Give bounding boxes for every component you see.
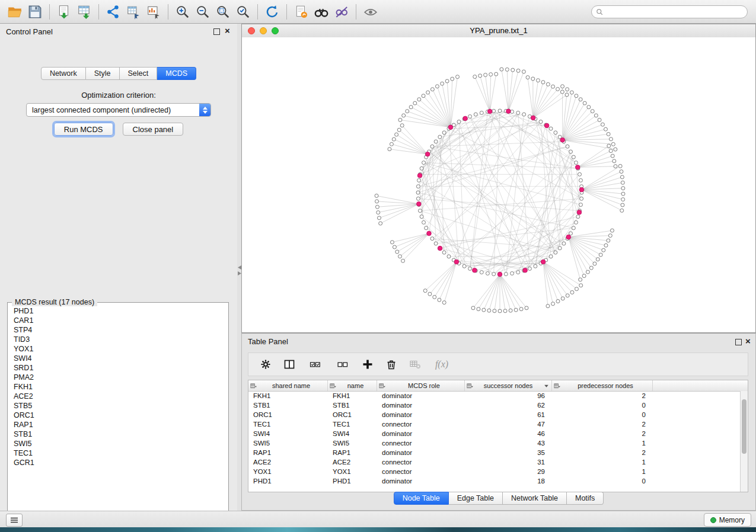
import-network-button[interactable] [54,2,74,21]
toolbar-separator [257,4,258,20]
tab-edge-table[interactable]: Edge Table [449,492,503,505]
zoom-out-button[interactable] [193,2,213,21]
zoom-in-button[interactable] [173,2,193,21]
open-file-button[interactable] [5,2,25,21]
network-window-titlebar[interactable]: YPA_prune.txt_1 [242,24,755,38]
mcds-result-item[interactable]: STP4 [14,325,227,335]
close-panel-button[interactable]: Close panel [123,123,184,136]
mcds-result-item[interactable]: TID3 [14,335,227,344]
toolbar-separator [49,4,50,20]
table-row[interactable]: ACE2ACE2connector311 [248,457,741,467]
mcds-result-item[interactable]: PMA2 [14,373,227,382]
table-row[interactable]: TEC1TEC1connector472 [248,419,741,429]
table-cell-role: connector [377,459,465,466]
mcds-result-item[interactable]: STB5 [14,401,227,411]
table-row[interactable]: RAP1RAP1dominator352 [248,448,741,457]
criterion-dropdown[interactable]: largest connected component (undirected) [26,103,211,117]
mcds-result-item[interactable]: FKH1 [14,382,227,392]
export-image-button[interactable] [143,2,164,21]
search-input[interactable] [606,7,747,17]
deselect-all-button[interactable] [333,355,353,373]
table-cell-name: ACE2 [328,459,377,466]
table-row[interactable]: SWI5SWI5connector431 [248,438,741,448]
column-header-successor-nodes[interactable]: successor nodes [465,380,552,391]
tab-network[interactable]: Network [41,67,86,80]
status-bar: Memory [0,511,756,528]
close-panel-icon-button[interactable]: × [225,25,230,36]
column-header-shared-name[interactable]: shared name [248,380,328,391]
table-cell-name: PHD1 [328,477,377,485]
mcds-result-item[interactable]: SWI4 [14,354,227,363]
table-cell-successors: 46 [465,430,552,437]
scrollbar-thumb[interactable] [742,399,747,454]
float-window-button[interactable] [213,28,220,35]
delete-column-button[interactable] [382,355,400,373]
zoom-fit-button[interactable] [213,2,233,21]
function-builder-button[interactable]: f(x) [430,355,454,373]
binoculars-button[interactable] [311,2,331,21]
float-table-panel-button[interactable] [735,339,742,345]
run-mcds-button[interactable]: Run MCDS [54,123,113,136]
show-details-button[interactable] [361,2,381,21]
close-table-panel-button[interactable]: × [745,336,751,347]
tab-node-table[interactable]: Node Table [394,492,449,505]
share-document-button[interactable] [291,2,311,21]
mcds-result-item[interactable]: GCR1 [14,458,227,467]
network-window-title: YPA_prune.txt_1 [242,26,755,35]
table-settings-button[interactable] [257,355,275,373]
table-row[interactable]: YOX1YOX1connector291 [248,467,741,476]
network-canvas[interactable] [242,37,755,332]
mcds-result-item[interactable]: RAP1 [14,420,227,430]
tab-select[interactable]: Select [120,67,158,80]
mcds-result-item[interactable]: TEC1 [14,448,227,458]
import-table-button[interactable] [74,2,94,21]
delete-table-button[interactable] [406,355,424,373]
mcds-result-item[interactable]: PHD1 [14,306,227,316]
table-cell-shared_name: YOX1 [248,468,328,475]
column-label: shared name [257,382,326,389]
status-menu-button[interactable] [6,514,23,527]
tab-network-table[interactable]: Network Table [503,492,567,505]
search-box[interactable] [591,5,748,18]
column-header-mcds-role[interactable]: MCDS role [377,380,465,391]
table-cell-successors: 43 [465,440,552,447]
table-row[interactable]: SWI4SWI4dominator462 [248,429,741,438]
save-button[interactable] [25,2,45,21]
table-row[interactable]: STB1STB1dominator620 [248,400,741,410]
add-column-button[interactable] [359,355,377,373]
mcds-result-item[interactable]: SRD1 [14,363,227,373]
zoom-selected-button[interactable] [233,2,253,21]
table-panel: Table Panel × f(x) [241,333,756,511]
hide-details-button[interactable] [331,2,352,21]
mcds-result-item[interactable]: ACE2 [14,392,227,401]
mcds-result-item[interactable]: YOX1 [14,344,227,354]
splitter-collapse-arrows[interactable] [237,265,241,275]
table-scrollbar[interactable] [740,391,748,492]
table-row[interactable]: PHD1PHD1dominator180 [248,476,741,486]
column-header-predecessor-nodes[interactable]: predecessor nodes [552,380,653,391]
node-table-body: FKH1FKH1dominator962STB1STB1dominator620… [248,391,741,492]
table-row[interactable]: ORC1ORC1dominator610 [248,410,741,419]
memory-button[interactable]: Memory [704,513,751,527]
mcds-result-item[interactable]: ORC1 [14,411,227,420]
refresh-icon [264,4,280,20]
column-header-name[interactable]: name [328,380,377,391]
tab-style[interactable]: Style [86,67,120,80]
export-network-button[interactable] [103,2,123,21]
tab-mcds[interactable]: MCDS [157,67,196,80]
mcds-result-item[interactable]: STB1 [14,430,227,439]
select-all-button[interactable] [304,355,327,373]
table-row[interactable]: FKH1FKH1dominator962 [248,391,741,400]
export-table-button[interactable] [123,2,143,21]
mcds-result-list[interactable]: PHD1CAR1STP4TID3YOX1SWI4SRD1PMA2FKH1ACE2… [9,306,227,520]
show-columns-button[interactable] [280,355,298,373]
mcds-result-item[interactable]: CAR1 [14,316,227,325]
tab-motifs[interactable]: Motifs [567,492,604,505]
search-icon [596,8,604,16]
gear-icon [260,358,272,370]
table-cell-shared_name: SWI5 [248,440,328,447]
zoom-selected-icon [235,4,251,20]
collapse-left-icon [238,265,241,270]
refresh-button[interactable] [262,2,282,21]
mcds-result-item[interactable]: SWI5 [14,439,227,448]
